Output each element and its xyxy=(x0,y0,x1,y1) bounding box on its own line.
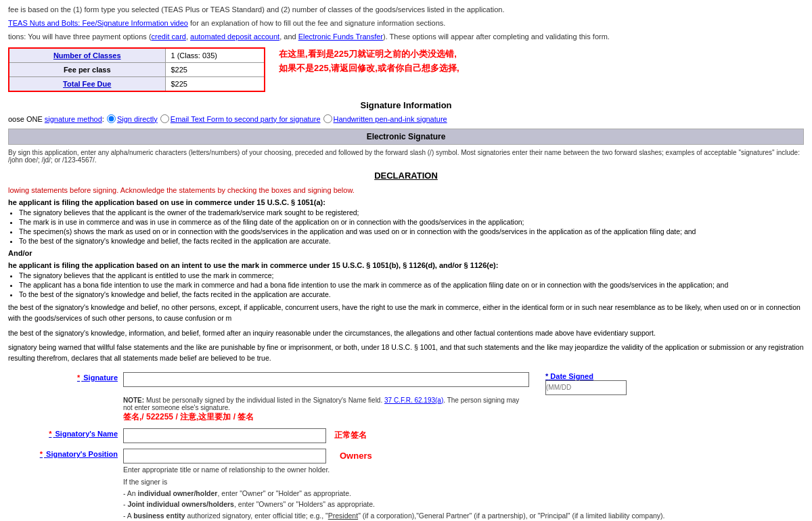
num-classes-link[interactable]: Number of Classes xyxy=(53,51,121,60)
section1-title-text: he applicant is filing the application b… xyxy=(8,198,325,206)
credit-card-link[interactable]: credit card xyxy=(152,32,186,41)
signature-annotation: 签名,/ 522255 / 注意,这里要加 / 签名 xyxy=(123,411,804,423)
method3-radio[interactable] xyxy=(323,114,332,123)
fee-intro-text: fee is based on the (1) form type you se… xyxy=(8,5,804,14)
signature-required-star: * xyxy=(77,373,80,382)
cfr-link[interactable]: 37 C.F.R. 62.193(a) xyxy=(384,397,443,404)
declaration-intro: lowing statements before signing. Acknow… xyxy=(8,186,804,194)
signature-field-label: * Signature xyxy=(8,372,123,382)
name-input-area: 正常签名 xyxy=(123,428,804,443)
signatories-name-input[interactable] xyxy=(123,428,326,443)
section1-title: he applicant is filing the application b… xyxy=(8,198,804,206)
payment-prefix: tions: You will have three payment optio… xyxy=(8,32,152,41)
owner-annotation: Owners xyxy=(340,451,372,461)
deposit-link[interactable]: automated deposit account xyxy=(190,32,279,41)
declaration-para2: the best of the signatory's knowledge, i… xyxy=(8,328,804,339)
eft-link[interactable]: Electronic Funds Transfer xyxy=(298,32,383,41)
nuts-bolts-link[interactable]: TEAS Nuts and Bolts: Fee/Signature Infor… xyxy=(8,19,188,27)
name-annotation: 正常签名 xyxy=(334,430,367,441)
num-classes-value: 1 (Class: 035) xyxy=(165,48,265,63)
date-signed-input[interactable] xyxy=(545,380,627,395)
fee-row-classes: Number of Classes 1 (Class: 035) xyxy=(9,48,265,63)
method1-radio[interactable] xyxy=(107,114,116,123)
declaration-para1: the best of the signatory's knowledge an… xyxy=(8,302,804,324)
signatories-position-link[interactable]: Signatory's Position xyxy=(46,450,118,458)
declaration-para3: signatory being warned that willful fals… xyxy=(8,342,804,364)
position-note: Enter appropriate title or name of relat… xyxy=(123,466,461,474)
signature-method-link[interactable]: signature method xyxy=(45,115,102,123)
section2-title-text: he applicant is filing the application b… xyxy=(8,261,498,269)
fee-section: Number of Classes 1 (Class: 035) Fee per… xyxy=(8,47,804,92)
position-input-area: Owners Enter appropriate title or name o… xyxy=(123,449,804,521)
method2-radio[interactable] xyxy=(160,114,169,123)
method3-link[interactable]: Handwritten pen-and-ink signature xyxy=(334,115,447,123)
signature-input-area: * Date Signed NOTE: Must be personally s… xyxy=(123,372,804,423)
signature-field-row: * Signature * Date Signed NOTE: Must be … xyxy=(8,372,804,423)
section2-title: he applicant is filing the application b… xyxy=(8,261,804,269)
total-fee-label: Total Fee Due xyxy=(9,77,165,92)
num-classes-label: Number of Classes xyxy=(9,48,165,63)
fee-row-total: Total Fee Due $225 xyxy=(9,77,265,92)
fee-annotation-line1: 在这里,看到是225刀就证明之前的小类没选错, xyxy=(279,47,459,62)
method3-label[interactable]: Handwritten pen-and-ink signature xyxy=(323,114,447,123)
signatories-position-input[interactable] xyxy=(123,449,326,463)
section1-item-3: The specimen(s) shows the mark as used o… xyxy=(19,227,804,235)
and-or-label: And/or xyxy=(8,249,804,257)
section1-item-4: To the best of the signatory's knowledge… xyxy=(19,237,804,245)
nuts-bolts-row: TEAS Nuts and Bolts: Fee/Signature Infor… xyxy=(8,19,804,27)
position-required-star: * xyxy=(40,450,43,458)
method2-link[interactable]: Email Text Form to second party for sign… xyxy=(171,115,321,123)
form-section: * Signature * Date Signed NOTE: Must be … xyxy=(8,372,804,521)
section1-item-2: The mark is in use in commerce and was i… xyxy=(19,218,804,226)
nuts-bolts-suffix: for an explanation of how to fill out th… xyxy=(190,19,445,27)
and-or-text: And/or xyxy=(8,249,32,257)
fee-intro-content: fee is based on the (1) form type you se… xyxy=(8,5,505,14)
fee-per-class-value: $225 xyxy=(165,63,265,77)
name-required-star: * xyxy=(49,430,51,438)
electronic-sig-header: Electronic Signature xyxy=(8,129,804,145)
signature-label-link[interactable]: Signature xyxy=(83,373,118,382)
sig-instruction: By sign this application, enter any alph… xyxy=(8,149,804,164)
date-signed-label: * Date Signed xyxy=(545,372,627,380)
signatories-name-label: * Signatory's Name xyxy=(8,428,123,438)
section2-item-2: The applicant has a bona fide intention … xyxy=(19,281,804,289)
section1-item-1: The signatory believes that the applican… xyxy=(19,208,804,217)
declaration-header: DECLARATION xyxy=(8,171,804,181)
section2-item-1: The signatory believes that the applican… xyxy=(19,271,804,279)
date-required-star: * xyxy=(545,372,548,380)
sig-annotation-wrapper: * Date Signed xyxy=(123,372,804,395)
section2-list: The signatory believes that the applican… xyxy=(19,271,804,298)
signature-info-header: Signature Information xyxy=(8,100,804,110)
date-signed-link[interactable]: Date Signed xyxy=(550,372,593,380)
fee-annotation-line2: 如果不是225,请返回修改,或者你自己想多选择, xyxy=(279,62,459,76)
section1-list: The signatory believes that the applican… xyxy=(19,208,804,245)
fee-row-per-class: Fee per class $225 xyxy=(9,63,265,77)
date-signed-area: * Date Signed xyxy=(545,372,627,395)
signature-input[interactable] xyxy=(123,372,529,387)
payment-options-row: tions: You will have three payment optio… xyxy=(8,32,804,41)
method2-label[interactable]: Email Text Form to second party for sign… xyxy=(160,114,321,123)
signatories-position-row: * Signatory's Position Owners Enter appr… xyxy=(8,449,804,521)
method1-label[interactable]: Sign directly xyxy=(107,114,158,123)
signature-method-row: oose ONE signature method: Sign directly… xyxy=(8,114,804,123)
total-fee-link[interactable]: Total Fee Due xyxy=(63,80,111,88)
if-signer-text: If the signer is - An individual owner/h… xyxy=(123,476,732,521)
signatories-name-link[interactable]: Signatory's Name xyxy=(55,430,118,438)
sig-note: NOTE: Must be personally signed by the i… xyxy=(123,397,529,411)
total-fee-value: $225 xyxy=(165,77,265,92)
choose-method-label: oose ONE signature method: xyxy=(8,115,104,123)
fee-annotation: 在这里,看到是225刀就证明之前的小类没选错, 如果不是225,请返回修改,或者… xyxy=(279,47,459,76)
signatories-name-row: * Signatory's Name 正常签名 xyxy=(8,428,804,443)
section2-item-3: To the best of the signatory's knowledge… xyxy=(19,290,804,298)
fee-per-class-label: Fee per class xyxy=(9,63,165,77)
signatories-position-label: * Signatory's Position xyxy=(8,449,123,458)
fee-table: Number of Classes 1 (Class: 035) Fee per… xyxy=(8,47,265,92)
method1-link[interactable]: Sign directly xyxy=(117,115,158,123)
